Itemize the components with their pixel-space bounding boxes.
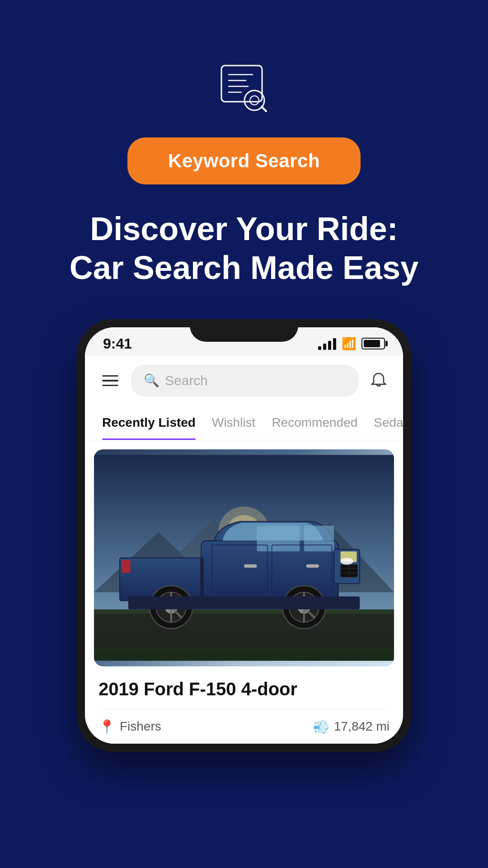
car-meta: 📍 Fishers 💨 17,842 mi [94, 719, 394, 735]
phone-frame: 9:41 📶 [77, 319, 411, 752]
keyword-search-button[interactable]: Keyword Search [127, 137, 361, 184]
car-divider [99, 708, 389, 709]
car-listing[interactable]: 2019 Ford F-150 4-door 📍 Fishers 💨 17,84… [85, 440, 403, 744]
svg-rect-23 [306, 564, 319, 568]
tab-sedans[interactable]: Sedans [366, 406, 403, 440]
status-icons: 📶 [318, 337, 385, 351]
svg-rect-50 [200, 558, 204, 601]
tab-recently-listed[interactable]: Recently Listed [94, 406, 204, 440]
search-placeholder: Search [165, 373, 208, 388]
phone-notch [190, 319, 298, 342]
search-icon: 🔍 [144, 373, 160, 388]
status-time: 9:41 [103, 335, 132, 352]
battery-icon [361, 338, 385, 349]
svg-point-30 [340, 558, 353, 565]
hamburger-line [102, 380, 118, 382]
speedometer-icon: 💨 [313, 719, 329, 735]
hamburger-line [102, 385, 118, 387]
hero-title: Discover Your Ride: Car Search Made Easy [42, 209, 446, 288]
signal-icon [318, 337, 336, 350]
svg-line-7 [262, 107, 266, 111]
location-text: Fishers [120, 719, 161, 734]
top-section: Keyword Search Discover Your Ride: Car S… [0, 0, 488, 319]
svg-rect-19 [304, 526, 334, 552]
car-image [94, 449, 394, 666]
hamburger-line [102, 375, 118, 377]
tabs-bar: Recently Listed Wishlist Recommended Sed… [85, 406, 403, 440]
svg-rect-22 [244, 564, 257, 568]
wifi-icon: 📶 [342, 337, 356, 351]
svg-rect-18 [257, 526, 300, 552]
hamburger-menu-button[interactable] [99, 372, 122, 390]
svg-rect-15 [94, 613, 394, 648]
phone-screen: 9:41 📶 [85, 327, 403, 744]
svg-rect-49 [128, 596, 360, 609]
location-pin-icon: 📍 [99, 719, 115, 735]
svg-rect-51 [122, 560, 131, 573]
phone-mockup: 9:41 📶 [77, 319, 411, 752]
tab-recommended[interactable]: Recommended [263, 406, 366, 440]
mileage-text: 17,842 mi [334, 719, 389, 734]
tab-wishlist[interactable]: Wishlist [204, 406, 263, 440]
svg-point-6 [250, 96, 259, 105]
app-header: 🔍 Search [85, 356, 403, 406]
notification-bell-button[interactable] [368, 370, 389, 392]
car-mileage: 💨 17,842 mi [313, 719, 389, 735]
car-location: 📍 Fishers [99, 719, 161, 735]
search-bar[interactable]: 🔍 Search [131, 365, 359, 396]
app-icon [219, 63, 269, 137]
car-name: 2019 Ford F-150 4-door [94, 679, 394, 699]
